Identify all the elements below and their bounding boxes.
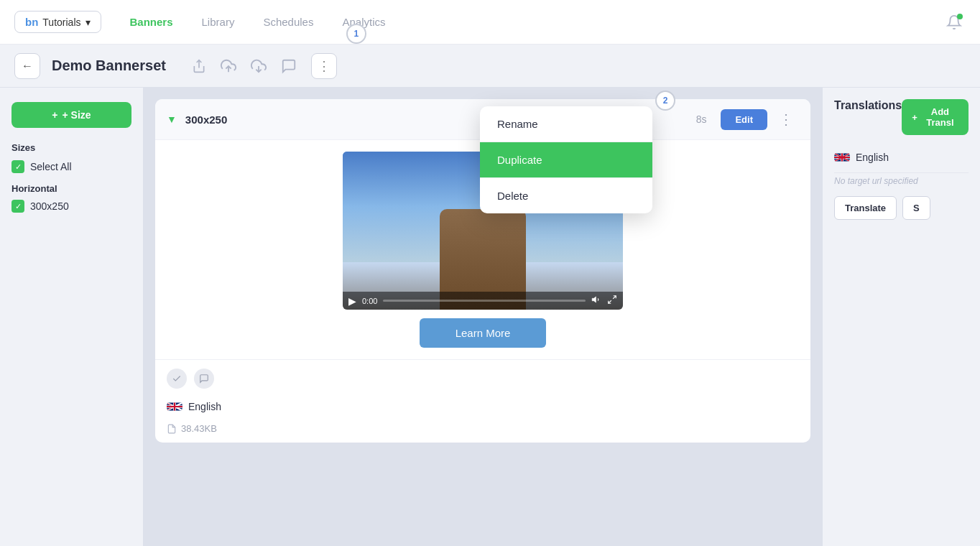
file-icon (167, 424, 177, 434)
sub-header: ← Demo Bannerset (0, 45, 980, 88)
add-translation-button[interactable]: + Add Transl (902, 99, 969, 135)
check-icon-2: ✓ (15, 202, 22, 211)
translate-button[interactable]: Translate (834, 196, 897, 220)
right-panel: Translations + Add Transl English No tar… (822, 88, 980, 546)
more-options-button[interactable]: ⋮ 1 (311, 53, 337, 79)
add-size-label: + Size (63, 109, 91, 121)
filesize-label: 38.43KB (181, 423, 217, 434)
settings-button[interactable]: S (902, 196, 930, 220)
add-translation-label: Add Transl (922, 106, 958, 128)
sidebar: + + Size Sizes ✓ Select All Horizontal ✓… (0, 88, 144, 546)
more-dots-icon: ⋮ (318, 58, 330, 74)
sizes-section-title: Sizes (11, 142, 131, 153)
translation-actions: Translate S (834, 196, 969, 220)
svg-marker-3 (592, 297, 596, 302)
fullscreen-icon[interactable] (607, 295, 617, 307)
rename-menu-item[interactable]: Rename (480, 106, 652, 142)
nav-link-library[interactable]: Library (202, 16, 235, 28)
step-circle-1: 1 (346, 24, 366, 44)
uk-flag-icon-right (834, 149, 850, 165)
expand-arrow-icon[interactable]: ▼ (167, 114, 177, 125)
select-all-checkbox[interactable]: ✓ (11, 160, 24, 173)
notification-bell[interactable] (943, 11, 966, 34)
language-row: English (167, 399, 221, 415)
download-icon[interactable] (251, 58, 267, 74)
back-button[interactable]: ← (14, 53, 40, 79)
play-icon[interactable]: ▶ (348, 295, 356, 307)
translation-language-label: English (856, 152, 889, 163)
language-label: English (188, 401, 221, 412)
main-nav: Banners Library Schedules Analytics (130, 16, 386, 28)
plus-icon-2: + (912, 112, 917, 123)
duplicate-menu-item[interactable]: Duplicate (480, 142, 652, 177)
horizontal-section-title: Horizontal (11, 183, 131, 194)
verified-icon (167, 369, 187, 389)
size-300x250-checkbox[interactable]: ✓ (11, 200, 24, 213)
brand-text: bn (25, 16, 38, 28)
plus-icon: + (52, 109, 57, 121)
video-controls[interactable]: ▶ 0:00 (343, 292, 623, 310)
comment-icon (194, 369, 214, 389)
right-panel-top: Translations + Add Transl (834, 99, 969, 135)
learn-more-button[interactable]: Learn More (420, 318, 547, 348)
check-icon: ✓ (15, 162, 22, 172)
svg-line-4 (613, 296, 616, 299)
uk-flag-icon (167, 399, 182, 415)
select-all-label: Select All (30, 161, 72, 172)
banner-duration: 8s (696, 114, 707, 125)
nav-link-banners[interactable]: Banners (130, 16, 173, 28)
progress-bar[interactable] (383, 300, 586, 302)
step-circle-2: 2 (655, 91, 675, 111)
share-icon[interactable] (192, 59, 206, 73)
message-icon[interactable] (281, 58, 297, 74)
nav-link-schedules[interactable]: Schedules (263, 16, 313, 28)
select-all-item[interactable]: ✓ Select All (11, 160, 131, 173)
chevron-down-icon: ▾ (85, 17, 91, 28)
notification-dot (957, 14, 963, 19)
size-300x250-label: 300x250 (30, 200, 69, 212)
add-size-button[interactable]: + + Size (11, 102, 131, 128)
header-actions: ⋮ 1 (192, 53, 337, 79)
page-title: Demo Bannerset (52, 57, 166, 74)
top-nav: bn Tutorials ▾ Banners Library Schedules… (0, 0, 980, 45)
translations-title: Translations (834, 99, 902, 112)
context-menu: Rename Duplicate Delete (480, 106, 652, 213)
banner-more-button[interactable]: ⋮ 2 (773, 108, 799, 131)
volume-icon[interactable] (591, 295, 601, 307)
edit-button[interactable]: Edit (721, 109, 767, 130)
brand-button[interactable]: bn Tutorials ▾ (14, 11, 101, 33)
svg-line-5 (609, 300, 611, 303)
no-url-text: No target url specified (834, 176, 969, 186)
translation-item-english: English (834, 142, 969, 173)
banner-lang-section: English 38.43KB (155, 359, 810, 443)
cloud-upload-icon[interactable] (221, 58, 236, 74)
size-300x250-item[interactable]: ✓ 300x250 (11, 200, 131, 213)
filesize-row: 38.43KB (167, 423, 221, 434)
delete-menu-item[interactable]: Delete (480, 178, 652, 213)
brand-name: Tutorials (42, 17, 80, 28)
video-time: 0:00 (362, 297, 377, 305)
more-dots-icon-2: ⋮ (779, 111, 793, 127)
